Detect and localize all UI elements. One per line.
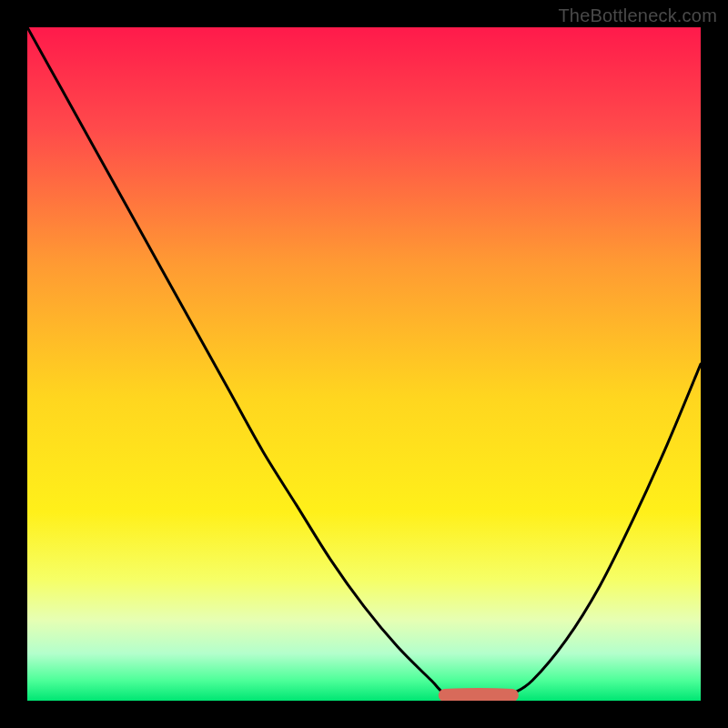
- chart-svg: [27, 27, 701, 701]
- watermark-text: TheBottleneck.com: [558, 5, 717, 26]
- chart-frame: TheBottleneck.com: [0, 0, 728, 728]
- gradient-background: [27, 27, 701, 701]
- optimal-band: [445, 694, 512, 695]
- chart-plot-area: [27, 27, 701, 701]
